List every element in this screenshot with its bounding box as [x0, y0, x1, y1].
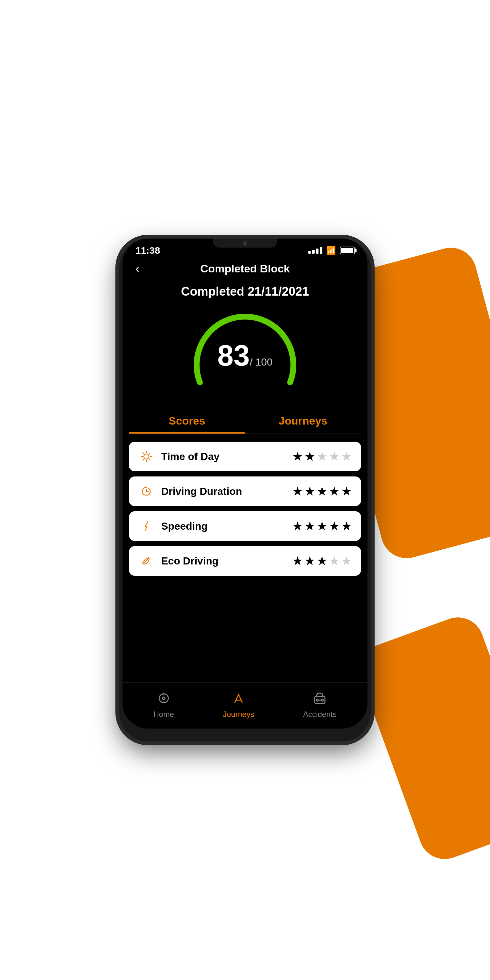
score-label-driving-duration: Driving Duration: [161, 485, 286, 497]
gauge-wrapper: 83/ 100: [187, 308, 303, 398]
star: ★: [304, 555, 315, 567]
notch: [213, 239, 277, 248]
score-item-time-of-day[interactable]: Time of Day ★ ★ ★ ★ ★: [129, 442, 361, 471]
stars-eco-driving: ★ ★ ★ ★ ★: [292, 555, 352, 567]
score-item-driving-duration[interactable]: Driving Duration ★ ★ ★ ★ ★: [129, 476, 361, 506]
score-item-speeding[interactable]: Speeding ★ ★ ★ ★ ★: [129, 511, 361, 541]
home-icon: [155, 689, 173, 707]
svg-line-5: [143, 453, 144, 454]
star: ★: [329, 485, 340, 497]
tab-bar: Scores Journeys: [129, 408, 361, 434]
nav-label-accidents: Accidents: [303, 710, 337, 719]
star: ★: [304, 485, 315, 497]
svg-point-12: [162, 697, 165, 700]
star: ★: [304, 520, 315, 532]
svg-point-0: [144, 454, 149, 459]
journeys-icon: [229, 689, 248, 707]
score-label-time-of-day: Time of Day: [161, 451, 286, 463]
wifi-icon: 📶: [326, 246, 336, 255]
svg-point-18: [321, 699, 323, 701]
status-time: 11:38: [135, 245, 160, 256]
nav-label-home: Home: [153, 710, 174, 719]
star: ★: [317, 450, 328, 463]
bg-orange-shape-bottom: [352, 610, 490, 867]
phone-screen: 11:38 📶 ‹ Completed Block Completed 21/1…: [123, 239, 368, 729]
stars-driving-duration: ★ ★ ★ ★ ★: [292, 485, 352, 497]
driving-duration-icon: [138, 483, 155, 500]
header: ‹ Completed Block: [123, 259, 368, 282]
score-label-speeding: Speeding: [161, 520, 286, 532]
star: ★: [292, 485, 303, 497]
stars-speeding: ★ ★ ★ ★ ★: [292, 520, 352, 532]
nav-item-accidents[interactable]: Accidents: [303, 689, 337, 719]
phone-shell: 11:38 📶 ‹ Completed Block Completed 21/1…: [119, 239, 371, 741]
svg-line-6: [149, 460, 150, 460]
svg-point-17: [316, 699, 318, 701]
star: ★: [341, 450, 352, 463]
completed-date: Completed 21/11/2021: [123, 282, 368, 305]
accidents-icon: [311, 689, 329, 707]
star: ★: [292, 450, 303, 463]
gauge-score: 83/ 100: [217, 341, 272, 370]
time-of-day-icon: [138, 448, 155, 465]
battery-icon: [340, 247, 355, 255]
score-gauge: 83/ 100: [123, 305, 368, 408]
signal-icon: [308, 247, 322, 254]
tab-scores[interactable]: Scores: [129, 408, 245, 434]
spacer: [123, 584, 368, 682]
nav-item-journeys[interactable]: Journeys: [223, 689, 254, 719]
star: ★: [292, 520, 303, 532]
page-title: Completed Block: [200, 262, 290, 275]
star: ★: [329, 520, 340, 532]
nav-item-home[interactable]: Home: [153, 689, 174, 719]
tab-journeys[interactable]: Journeys: [245, 408, 361, 434]
svg-line-7: [149, 453, 150, 454]
star: ★: [329, 555, 340, 567]
star: ★: [292, 555, 303, 567]
nav-label-journeys: Journeys: [223, 710, 254, 719]
eco-driving-icon: [138, 552, 155, 569]
star: ★: [317, 555, 328, 567]
star: ★: [341, 555, 352, 567]
back-button[interactable]: ‹: [135, 263, 139, 275]
svg-line-8: [143, 460, 144, 460]
star: ★: [317, 520, 328, 532]
status-icons: 📶: [308, 246, 355, 255]
star: ★: [341, 520, 352, 532]
star: ★: [304, 450, 315, 463]
camera-dot: [243, 241, 247, 246]
star: ★: [341, 485, 352, 497]
speeding-icon: [138, 518, 155, 535]
score-item-eco-driving[interactable]: Eco Driving ★ ★ ★ ★ ★: [129, 546, 361, 576]
score-number: 83: [217, 339, 250, 372]
star: ★: [317, 485, 328, 497]
stars-time-of-day: ★ ★ ★ ★ ★: [292, 450, 352, 463]
star: ★: [329, 450, 340, 463]
score-max: / 100: [250, 356, 272, 368]
score-list: Time of Day ★ ★ ★ ★ ★: [123, 434, 368, 584]
svg-point-11: [159, 694, 168, 703]
bottom-nav: Home Journeys: [123, 682, 368, 729]
score-label-eco-driving: Eco Driving: [161, 555, 286, 567]
